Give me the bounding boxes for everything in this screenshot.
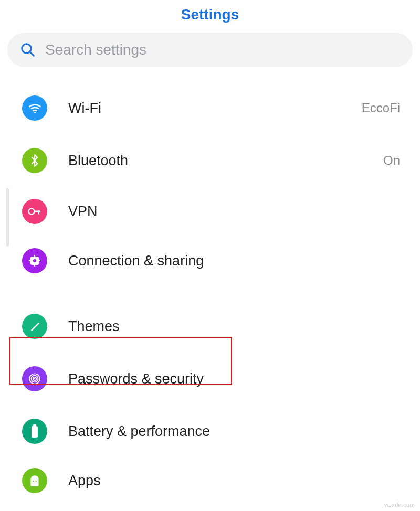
item-label: Themes xyxy=(68,318,400,335)
settings-item-connection[interactable]: Connection & sharing xyxy=(0,236,420,285)
svg-point-21 xyxy=(36,481,37,482)
watermark: wsxdn.com xyxy=(384,502,415,508)
search-icon xyxy=(20,42,36,58)
svg-rect-11 xyxy=(38,260,40,261)
scroll-indicator xyxy=(6,188,9,247)
svg-rect-10 xyxy=(29,260,32,261)
item-label: Apps xyxy=(68,473,400,489)
svg-point-3 xyxy=(29,209,35,215)
vpn-icon xyxy=(22,199,47,224)
svg-rect-16 xyxy=(33,424,36,426)
settings-item-apps[interactable]: Apps xyxy=(0,457,420,504)
search-placeholder: Search settings xyxy=(45,41,146,58)
search-input[interactable]: Search settings xyxy=(7,33,413,67)
svg-rect-4 xyxy=(34,211,40,212)
bluetooth-icon xyxy=(22,148,47,173)
item-label: Connection & sharing xyxy=(68,253,400,269)
item-label: VPN xyxy=(68,204,400,220)
svg-rect-8 xyxy=(34,255,35,258)
themes-icon xyxy=(22,314,47,339)
settings-item-security[interactable]: Passwords & security xyxy=(0,353,420,405)
fingerprint-icon xyxy=(22,366,47,391)
item-label: Passwords & security xyxy=(68,371,400,387)
section-gap xyxy=(0,285,420,300)
item-value: EccoFi xyxy=(362,101,400,115)
settings-item-battery[interactable]: Battery & performance xyxy=(0,405,420,457)
svg-line-1 xyxy=(30,52,34,56)
page-title: Settings xyxy=(0,6,420,23)
svg-point-7 xyxy=(33,259,36,262)
settings-item-wifi[interactable]: Wi-Fi EccoFi xyxy=(0,82,420,134)
settings-item-themes[interactable]: Themes xyxy=(0,300,420,353)
svg-point-15 xyxy=(34,378,35,379)
item-label: Battery & performance xyxy=(68,423,400,440)
svg-rect-9 xyxy=(34,264,35,267)
item-value: On xyxy=(383,153,400,168)
settings-list: Wi-Fi EccoFi Bluetooth On VPN xyxy=(0,82,420,504)
item-label: Wi-Fi xyxy=(68,100,362,116)
header: Settings xyxy=(0,0,420,33)
settings-item-bluetooth[interactable]: Bluetooth On xyxy=(0,134,420,187)
svg-rect-5 xyxy=(38,211,39,215)
item-label: Bluetooth xyxy=(68,153,383,169)
apps-icon xyxy=(22,468,47,493)
wifi-icon xyxy=(22,95,47,121)
connection-icon xyxy=(22,248,47,273)
settings-item-vpn[interactable]: VPN xyxy=(0,187,420,236)
svg-rect-17 xyxy=(32,426,38,438)
battery-icon xyxy=(22,419,47,444)
svg-point-20 xyxy=(33,481,34,482)
svg-point-2 xyxy=(34,111,35,113)
